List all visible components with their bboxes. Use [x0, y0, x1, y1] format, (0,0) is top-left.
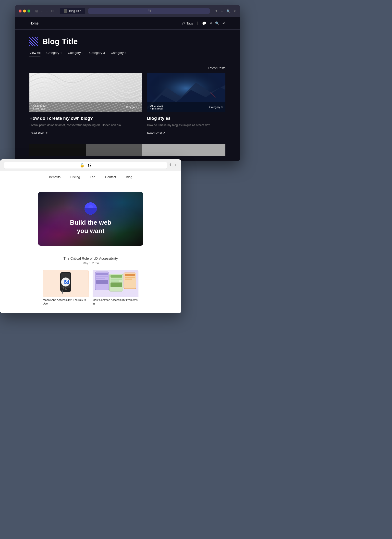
- main-post-image: Jul 2, 2022 4 min read Category 2: [29, 73, 142, 112]
- featured-article-date: May 1, 2024: [5, 261, 176, 265]
- side-post-image: Jul 2, 2022 4 min read Category 3: [147, 73, 225, 112]
- share-icon[interactable]: ↗: [209, 21, 212, 25]
- posts-grid: Jul 2, 2022 4 min read Category 2 How do…: [29, 73, 225, 139]
- side-post-readtime: 4 min read: [150, 107, 163, 110]
- nav-icons: 💬 ↗ 🔍 ☀: [202, 21, 225, 25]
- blog-nav: Home 🏷 Tags | 💬 ↗ 🔍 ☀: [15, 17, 240, 30]
- hero-card: Build the web you want: [38, 192, 143, 246]
- main-post-content: How do I create my own blog? Lorem ipsum…: [29, 112, 142, 139]
- main-post-read-link[interactable]: Read Post ↗: [29, 131, 142, 135]
- article-thumb-accessibility[interactable]: ♿ Mobile App Accessibility: The Key to U…: [43, 270, 89, 306]
- article-caption-accessibility: Mobile App Accessibility: The Key to Use…: [43, 298, 89, 306]
- bottom-browser-window: 🔒 ⛓ ℹ ＋ Benefits Pricing Faq Contact Blo…: [0, 159, 181, 313]
- article-caption-wireframe: Most Common Accessibility Problems in: [93, 298, 138, 306]
- side-post-date-read: Jul 2, 2022 4 min read: [150, 104, 163, 110]
- close-button[interactable]: [19, 10, 22, 12]
- category-view-all[interactable]: View All: [29, 51, 40, 57]
- main-post-readtime: 4 min read: [32, 107, 46, 110]
- tab-title: Blog Title: [69, 9, 81, 13]
- svg-rect-27: [125, 274, 135, 276]
- main-post-card: Jul 2, 2022 4 min read Category 2 How do…: [29, 73, 142, 139]
- svg-rect-28: [125, 277, 135, 278]
- category-1[interactable]: Category 1: [46, 51, 62, 57]
- strip-right: [142, 144, 225, 156]
- side-post-date: Jul 2, 2022: [150, 104, 163, 107]
- svg-rect-20: [96, 280, 108, 284]
- article-image-wireframe: [93, 270, 138, 297]
- search-icon[interactable]: 🔍: [226, 9, 230, 13]
- blog-header: Blog Title: [15, 30, 240, 51]
- main-post-excerpt: Lorem ipsum dolor sit amet, consectetur …: [29, 123, 142, 127]
- svg-rect-23: [110, 279, 122, 280]
- category-4[interactable]: Category 4: [111, 51, 126, 57]
- nav-home[interactable]: Home: [29, 21, 38, 25]
- svg-rect-0: [29, 73, 142, 112]
- link-icon-bottom: ⛓: [87, 163, 91, 168]
- sidebar-icon[interactable]: ⊞: [35, 9, 38, 13]
- back-button[interactable]: ←: [40, 9, 44, 13]
- articles-grid: ♿ Mobile App Accessibility: The Key to U…: [38, 266, 143, 310]
- comment-icon[interactable]: 💬: [202, 21, 206, 25]
- search-icon[interactable]: 🔍: [215, 21, 219, 25]
- nav-contact[interactable]: Contact: [105, 175, 116, 179]
- post-bottom-strip: [29, 144, 225, 156]
- nav-benefits[interactable]: Benefits: [49, 175, 61, 179]
- traffic-lights: [19, 10, 30, 12]
- category-3[interactable]: Category 3: [89, 51, 105, 57]
- main-post-title: How do I create my own blog?: [29, 116, 142, 121]
- hero-headline: Build the web you want: [70, 219, 111, 235]
- forward-button[interactable]: →: [46, 9, 49, 13]
- reload-button[interactable]: ↻: [51, 9, 54, 13]
- side-post-read-link[interactable]: Read Post ↗: [147, 131, 225, 135]
- hero-avatar: [85, 202, 97, 215]
- main-post-date: Jul 2, 2022: [32, 104, 46, 107]
- bottom-browser-actions: ℹ ＋: [170, 163, 177, 168]
- blog-content: Home 🏷 Tags | 💬 ↗ 🔍 ☀ Blog Title: [15, 17, 240, 161]
- nav-faq[interactable]: Faq: [90, 175, 95, 179]
- settings-icon[interactable]: ☀: [233, 9, 236, 13]
- svg-rect-24: [110, 281, 119, 282]
- nav-blog[interactable]: Blog: [126, 175, 132, 179]
- nav-tags[interactable]: 🏷 Tags: [182, 22, 193, 25]
- new-tab-icon[interactable]: ＋: [173, 163, 177, 168]
- blog-main: Latest Posts: [15, 61, 240, 161]
- tab-favicon: [64, 9, 67, 13]
- maximize-button[interactable]: [27, 10, 30, 12]
- svg-text:♿: ♿: [64, 280, 69, 284]
- bottom-nav: Benefits Pricing Faq Contact Blog: [0, 171, 181, 183]
- browser-tab[interactable]: Blog Title: [60, 8, 85, 14]
- bookmark-icon[interactable]: ☆: [220, 9, 223, 13]
- theme-icon[interactable]: ☀: [222, 21, 225, 25]
- share-icon[interactable]: ⬆: [215, 9, 218, 13]
- svg-rect-25: [110, 282, 122, 287]
- address-bar-bottom[interactable]: 🔒 ⛓: [4, 162, 167, 169]
- browser-controls: ⊞ ← → ↻: [35, 9, 54, 13]
- category-2[interactable]: Category 2: [68, 51, 84, 57]
- side-post-card: Jul 2, 2022 4 min read Category 3 Blog s…: [147, 73, 225, 139]
- strip-dark: [29, 144, 86, 156]
- tags-label: Tags: [186, 22, 193, 25]
- featured-article-info: The Critical Role of UX Accessibility Ma…: [0, 251, 181, 266]
- link-icon: ⛓: [148, 9, 151, 13]
- browser-actions: ⬆ ☆ 🔍 ☀: [215, 9, 236, 13]
- svg-rect-18: [96, 276, 108, 277]
- lock-icon: 🔒: [80, 163, 85, 168]
- info-icon[interactable]: ℹ: [170, 163, 171, 168]
- side-post-meta: Jul 2, 2022 4 min read Category 3: [147, 102, 225, 112]
- minimize-button[interactable]: [23, 10, 26, 12]
- svg-rect-29: [125, 279, 132, 280]
- svg-point-6: [88, 205, 93, 209]
- side-post-excerpt: How do I make my blog as unique as other…: [147, 123, 225, 127]
- main-post-category: Category 2: [126, 106, 139, 109]
- strip-mid: [86, 144, 142, 156]
- featured-article-title: The Critical Role of UX Accessibility: [5, 257, 176, 260]
- nav-pricing[interactable]: Pricing: [70, 175, 80, 179]
- article-image-accessibility: ♿: [43, 270, 89, 297]
- main-post-meta: Jul 2, 2022 4 min read Category 2: [29, 102, 142, 112]
- main-post-date-read: Jul 2, 2022 4 min read: [32, 104, 46, 110]
- svg-point-4: [85, 202, 97, 215]
- article-thumb-wireframe[interactable]: Most Common Accessibility Problems in: [93, 270, 138, 306]
- top-browser-window: ⊞ ← → ↻ Blog Title ⛓ ⬆ ☆ 🔍 ☀ Home 🏷: [15, 5, 240, 161]
- browser-chrome-top: ⊞ ← → ↻ Blog Title ⛓ ⬆ ☆ 🔍 ☀: [15, 5, 240, 17]
- address-bar-top[interactable]: ⛓: [88, 8, 210, 14]
